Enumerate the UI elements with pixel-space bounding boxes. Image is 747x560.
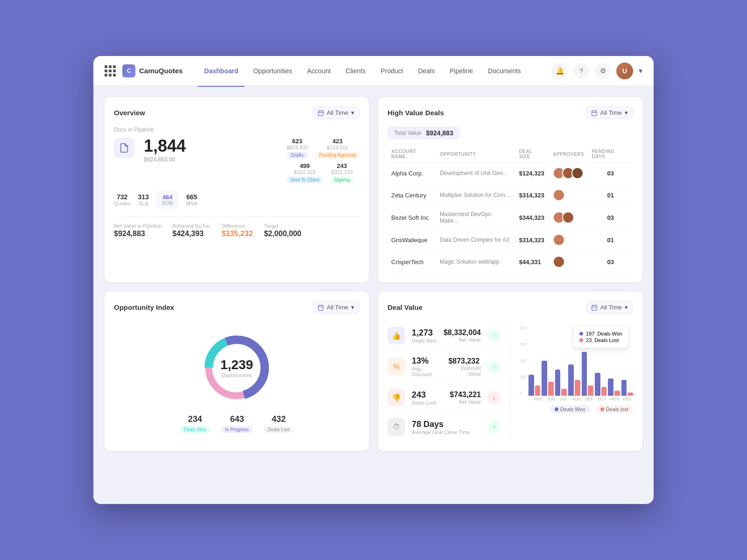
chart-legend: Deals Won Deals lost [520, 405, 633, 413]
dv-won-info: 1,273 Deals Won [412, 328, 437, 343]
dv-row-close: ⏱ 78 Days Average Deal Close Time ↑ [388, 413, 500, 441]
navbar: C CamuQuotes Dashboard Opportunities Acc… [93, 56, 654, 86]
dv-close-info: 78 Days Average Deal Close Time [412, 420, 470, 435]
chart-x-label: OCT [596, 397, 607, 401]
dv-discount-arrow: ↑ [487, 360, 500, 373]
table-row: Bezel Soft IncMastermind DevOps: Make...… [388, 206, 633, 229]
nav-dashboard[interactable]: Dashboard [197, 63, 245, 78]
cell-approvers [549, 206, 588, 229]
nav-documents[interactable]: Documents [481, 63, 528, 78]
col-approvers: Approvers [549, 146, 588, 162]
cell-account: CrisperTech [388, 251, 436, 273]
opp-lost-badge: Deals Lost [264, 426, 293, 433]
overview-time-chevron: ▾ [351, 109, 354, 116]
nav-account[interactable]: Account [301, 63, 338, 78]
chart-tooltip: 187 Deals Won 23 Deals Lost [573, 326, 628, 348]
nav-opportunities[interactable]: Opportunities [247, 63, 298, 78]
legend-won: Deals Won [550, 405, 590, 413]
metric-target: Target $2,000,000 [264, 223, 301, 238]
col-pending: Pending Days [588, 146, 633, 162]
dv-won-icon: 👍 [388, 327, 405, 344]
approver-avatar [562, 211, 574, 224]
opp-stat-lost: 432 Deals Lost [264, 414, 293, 433]
legend-lost-dot [600, 407, 604, 411]
dv-row-won: 👍 1,273 Deals Won $8,332,004 Net Value ↑ [388, 321, 500, 350]
hvd-time-label: All Time [600, 109, 622, 116]
y-axis: 400 300 200 100 0 [520, 326, 529, 396]
logo-text: CamuQuotes [139, 67, 183, 75]
bar-won [568, 364, 574, 396]
opportunity-index-card: Opportunity Index All Time ▾ [105, 292, 369, 451]
overview-row2: 732 Quotes 313 SLA 464 SOW 665 MSA [114, 191, 359, 209]
grid-menu-icon[interactable] [105, 65, 116, 77]
chart-bar-group [529, 375, 540, 396]
chart-bar-group [542, 361, 553, 396]
dv-row-discount: % 13% Avg. Discount $873,232 Discount Va… [388, 350, 500, 383]
dv-time-label: All Time [600, 304, 622, 311]
legend-won-dot [555, 407, 558, 411]
notifications-button[interactable]: 🔔 [552, 63, 568, 79]
dv-time-filter[interactable]: All Time ▾ [586, 301, 633, 314]
cell-approvers [549, 229, 588, 251]
overview-top: 1,844 $924,883.00 623 $823,933 Drafts 42… [114, 138, 359, 183]
opp-time-filter[interactable]: All Time ▾ [312, 301, 359, 314]
hvd-total-label: Total Value [394, 130, 421, 136]
bar-won [621, 380, 627, 396]
help-button[interactable]: ? [573, 63, 589, 79]
logo[interactable]: C CamuQuotes [122, 64, 183, 77]
settings-button[interactable]: ⚙ [595, 63, 611, 79]
nav-clients[interactable]: Clients [339, 63, 372, 78]
sent-badge: Sent To Client [287, 176, 323, 183]
svg-rect-8 [318, 305, 324, 310]
avatar-chevron[interactable]: ▾ [639, 66, 642, 75]
cell-deal-size: $344,323 [515, 206, 549, 229]
stat-signing: 243 $322,333 Signing [331, 162, 353, 183]
cell-opportunity: Development of Unit Gen... [436, 162, 515, 184]
stat-sla: 313 SLA [138, 193, 148, 206]
chart-x-label: MAY [533, 397, 544, 401]
chart-x-label: AUG [571, 397, 582, 401]
dv-right: 400 300 200 100 0 [510, 321, 633, 441]
cell-opportunity: Magic Solution web/app [436, 251, 515, 273]
hvd-total: Total Value $924,883 [388, 126, 460, 140]
high-value-deals-card: High Value Deals All Time ▾ Total Value … [378, 97, 642, 282]
bar-lost [588, 385, 593, 396]
nav-actions: 🔔 ? ⚙ U ▾ [552, 63, 642, 79]
chart-x-label: JUL [558, 397, 570, 401]
bar-won [529, 375, 534, 396]
deal-value-card: Deal Value All Time ▾ 👍 1,273 Deals Won [378, 292, 642, 451]
cell-deal-size: $314,323 [515, 229, 549, 251]
stat-sow: 464 SOW [156, 191, 179, 209]
dv-close-icon: ⏱ [388, 418, 405, 436]
hvd-time-filter[interactable]: All Time ▾ [586, 106, 633, 119]
bar-won [595, 373, 600, 396]
chart-bar-group [621, 380, 633, 396]
overview-time-filter[interactable]: All Time ▾ [312, 106, 359, 119]
docs-count: 1,844 $924,883.00 [144, 138, 186, 163]
table-row: CrisperTechMagic Solution web/app$44,331… [388, 251, 633, 273]
nav-deals[interactable]: Deals [411, 63, 441, 78]
opp-time-label: All Time [327, 304, 348, 311]
bar-lost [548, 382, 554, 396]
tooltip-won-count: 187 [586, 331, 594, 336]
bar-won [555, 370, 561, 396]
nav-pipeline[interactable]: Pipeline [443, 63, 479, 78]
donut-center: 1,239 Opportunities [220, 357, 253, 378]
cell-opportunity: Mulitplex Solution for Com... [436, 184, 515, 206]
chart-bar-group [555, 370, 567, 396]
chart-bar-group [608, 378, 620, 396]
cell-pending-days: 03 [588, 206, 633, 229]
hvd-total-value: $924,883 [426, 129, 453, 137]
col-opportunity: Opportunity [436, 146, 515, 162]
user-avatar[interactable]: U [616, 63, 633, 79]
stat-msa: 665 MSA [186, 193, 197, 206]
metric-achieved: Achieved So Far $424,393 [172, 223, 210, 238]
dv-lost-arrow: ↓ [487, 391, 500, 404]
chart-area: 400 300 200 100 0 [520, 321, 633, 405]
nav-product[interactable]: Product [374, 63, 409, 78]
cell-pending-days: 01 [588, 184, 633, 206]
cell-approvers [549, 184, 588, 206]
legend-lost: Deals lost [596, 405, 633, 413]
col-account: Account Name [388, 146, 436, 162]
stat-drafts: 623 $823,933 Drafts [287, 138, 308, 159]
